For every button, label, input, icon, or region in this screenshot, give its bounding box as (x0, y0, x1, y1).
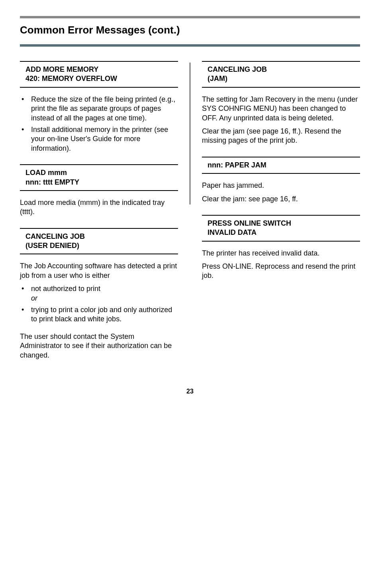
title-underline (20, 44, 360, 47)
paragraph: Clear the jam (see page 16, ff.). Resend… (202, 127, 360, 146)
section-heading: ADD MORE MEMORY 420: MEMORY OVERFLOW (20, 61, 178, 88)
page-title: Common Error Messages (cont.) (20, 24, 360, 36)
page-number: 23 (20, 388, 360, 395)
list-item: trying to print a color job and only aut… (20, 305, 178, 324)
document-page: Common Error Messages (cont.) ADD MORE M… (0, 0, 380, 407)
heading-line: LOAD mmm (25, 168, 178, 177)
paragraph: Load more media (mmm) in the indicated t… (20, 198, 178, 217)
paragraph: The printer has received invalid data. (202, 249, 360, 258)
paragraph: Paper has jammed. (202, 181, 360, 190)
paragraph: The user should contact the System Admin… (20, 332, 178, 360)
paragraph: Press ON-LINE. Reprocess and resend the … (202, 262, 360, 281)
section-heading: nnn: PAPER JAM (202, 157, 360, 174)
paragraph: The setting for Jam Recovery in the menu… (202, 95, 360, 123)
top-rule (20, 16, 360, 18)
paragraph: The Job Accounting software has detected… (20, 262, 178, 280)
heading-line: (JAM) (208, 74, 360, 83)
paragraph: Clear the jam: see page 16, ff. (202, 195, 360, 204)
heading-line: CANCELING JOB (25, 232, 178, 241)
heading-line: 420: MEMORY OVERFLOW (25, 74, 178, 83)
heading-line: CANCELING JOB (208, 65, 360, 74)
heading-line: ADD MORE MEMORY (25, 65, 178, 74)
two-column-layout: ADD MORE MEMORY 420: MEMORY OVERFLOW Red… (20, 61, 360, 364)
section-heading: CANCELING JOB (USER DENIED) (20, 228, 178, 255)
bullet-list: Reduce the size of the file being printe… (20, 95, 178, 153)
heading-line: nnn: tttt EMPTY (25, 178, 178, 187)
list-item: Reduce the size of the file being printe… (20, 95, 178, 123)
list-item-or: or (31, 294, 37, 302)
heading-line: PRESS ONLINE SWITCH (208, 219, 360, 228)
heading-line: nnn: PAPER JAM (208, 161, 360, 170)
list-item: Install additional memory in the printer… (20, 125, 178, 153)
list-item: not authorized to print or (20, 284, 178, 303)
list-item-text: not authorized to print (31, 285, 100, 293)
section-heading: PRESS ONLINE SWITCH INVALID DATA (202, 215, 360, 242)
bullet-list: not authorized to print or trying to pri… (20, 284, 178, 324)
section-heading: LOAD mmm nnn: tttt EMPTY (20, 164, 178, 191)
right-column: CANCELING JOB (JAM) The setting for Jam … (191, 61, 360, 364)
left-column: ADD MORE MEMORY 420: MEMORY OVERFLOW Red… (20, 61, 189, 364)
heading-line: INVALID DATA (208, 228, 360, 237)
section-heading: CANCELING JOB (JAM) (202, 61, 360, 88)
heading-line: (USER DENIED) (25, 241, 178, 250)
